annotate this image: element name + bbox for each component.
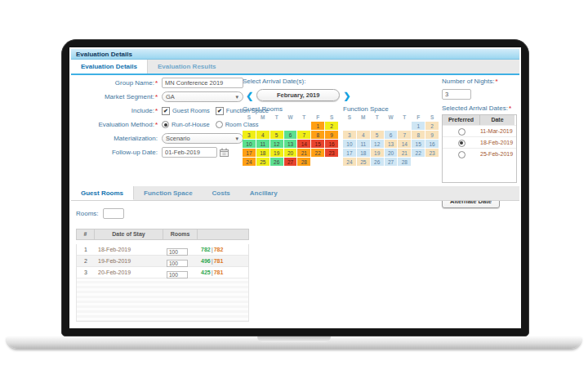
calendar-day[interactable]: 7	[297, 131, 310, 139]
calendar-day[interactable]: 26	[371, 158, 384, 166]
calendar-day[interactable]: 5	[371, 131, 384, 139]
follow-up-date-input[interactable]	[162, 147, 217, 158]
calendar-day[interactable]: 7	[398, 131, 411, 139]
calendar-day[interactable]	[243, 122, 256, 130]
calendar-day[interactable]	[385, 122, 398, 130]
run-of-house-radio-label: Run-of-House	[172, 121, 210, 128]
preferred-radio[interactable]	[458, 128, 466, 136]
calendar-day[interactable]: 2	[325, 122, 338, 130]
calendar-day[interactable]: 10	[343, 140, 356, 148]
month-button[interactable]: February, 2019	[256, 89, 340, 101]
calendar-day[interactable]: 6	[385, 131, 398, 139]
main-tab-strip: Evaluation Details Evaluation Results	[71, 60, 519, 75]
calendar-day[interactable]: 25	[357, 158, 370, 166]
calendar-day[interactable]: 19	[270, 149, 283, 157]
chevron-left-icon[interactable]: ❮	[243, 90, 256, 101]
market-segment-select[interactable]: GA ▾	[162, 91, 243, 102]
calendar-day[interactable]: 24	[243, 158, 256, 166]
tab-evaluation-results[interactable]: Evaluation Results	[148, 60, 226, 74]
rooms-input[interactable]	[167, 271, 188, 278]
calendar-day[interactable]: 25	[256, 158, 270, 166]
calendar-day[interactable]: 10	[243, 140, 256, 148]
number-of-nights-input[interactable]	[442, 89, 471, 100]
calendar-day[interactable]	[270, 122, 283, 130]
calendar-day[interactable]: 14	[398, 140, 411, 148]
guest-rooms-checkbox[interactable]: ✔	[162, 107, 170, 115]
calendar-day[interactable]: 27	[284, 158, 297, 166]
calendar-day[interactable]: 16	[425, 140, 439, 148]
calendar-day[interactable]	[297, 122, 310, 130]
calendar-day[interactable]: 3	[343, 131, 356, 139]
materialization-value: Scenario	[166, 135, 190, 142]
calendar-day[interactable]: 22	[311, 149, 324, 157]
rooms-filter-input[interactable]	[103, 208, 124, 219]
arrival-date-row[interactable]: 25-Feb-2019	[443, 148, 516, 159]
calendar-day[interactable]: 27	[385, 158, 398, 166]
calendar-day[interactable]: 17	[343, 149, 356, 157]
room-class-radio[interactable]	[216, 121, 223, 128]
calendar-day[interactable]: 13	[385, 140, 398, 148]
calendar-day[interactable]: 4	[256, 131, 270, 139]
calendar-day[interactable]: 14	[297, 140, 310, 148]
group-name-input[interactable]	[162, 78, 243, 88]
calendar-day[interactable]: 21	[398, 149, 411, 157]
calendar-day[interactable]: 23	[425, 149, 439, 157]
calendar-day[interactable]	[256, 122, 270, 130]
tab-function-space[interactable]: Function Space	[134, 186, 203, 200]
calendar-day[interactable]: 12	[371, 140, 384, 148]
calendar-day[interactable]: 9	[325, 131, 338, 139]
calendar-day[interactable]: 12	[270, 140, 283, 148]
calendar-day[interactable]: 11	[357, 140, 370, 148]
chevron-right-icon[interactable]: ❯	[340, 90, 354, 101]
calendar-day[interactable]	[284, 122, 297, 130]
calendar-day[interactable]: 17	[243, 149, 256, 157]
follow-up-date-row: Follow-up Date:	[74, 147, 270, 158]
run-of-house-radio[interactable]	[162, 121, 169, 128]
calendar-day[interactable]	[371, 122, 384, 130]
group-name-row: Group Name:*	[74, 78, 270, 88]
tab-guest-rooms[interactable]: Guest Rooms	[71, 186, 134, 200]
calendar-icon[interactable]	[220, 148, 229, 157]
calendar-day[interactable]: 6	[284, 131, 297, 139]
materialization-select[interactable]: Scenario ▾	[162, 133, 243, 144]
calendar-day[interactable]: 20	[284, 149, 297, 157]
include-row: Include:* ✔ Guest Rooms ✔ Function Space	[74, 105, 270, 116]
calendar-day[interactable]: 13	[284, 140, 297, 148]
calendar-day[interactable]: 3	[243, 131, 256, 139]
function-space-checkbox[interactable]: ✔	[216, 107, 224, 115]
calendar-day[interactable]: 18	[357, 149, 370, 157]
row-number: 3	[77, 270, 95, 275]
calendar-day[interactable]: 28	[398, 158, 411, 166]
calendar-day[interactable]: 23	[325, 149, 338, 157]
calendar-day[interactable]: 22	[412, 149, 425, 157]
preferred-radio[interactable]	[458, 140, 466, 147]
calendar-day[interactable]: 1	[412, 122, 425, 130]
calendar-day[interactable]: 19	[371, 149, 384, 157]
calendar-day[interactable]	[343, 122, 356, 130]
day-header: S	[425, 114, 439, 120]
calendar-day[interactable]: 11	[256, 140, 270, 148]
preferred-radio[interactable]	[458, 151, 466, 158]
calendar-day[interactable]: 5	[270, 131, 283, 139]
calendar-day[interactable]: 15	[311, 140, 324, 148]
calendar-day[interactable]: 16	[325, 140, 338, 148]
tab-evaluation-details[interactable]: Evaluation Details	[71, 60, 148, 74]
calendar-day[interactable]: 8	[412, 131, 425, 139]
calendar-day[interactable]: 21	[297, 149, 310, 157]
calendar-day[interactable]: 8	[311, 131, 324, 139]
calendar-day[interactable]	[398, 122, 411, 130]
calendar-day[interactable]: 9	[425, 131, 439, 139]
calendar-day[interactable]: 28	[297, 158, 310, 166]
tab-costs[interactable]: Costs	[203, 186, 240, 200]
calendar-day[interactable]: 15	[412, 140, 425, 148]
calendar-day[interactable]: 4	[357, 131, 370, 139]
calendar-day[interactable]: 20	[385, 149, 398, 157]
calendar-day[interactable]: 26	[270, 158, 283, 166]
availability-values: 782|782	[198, 247, 248, 252]
tab-ancillary[interactable]: Ancillary	[240, 186, 287, 200]
calendar-day[interactable]: 1	[311, 122, 324, 130]
calendar-day[interactable]	[357, 122, 370, 130]
calendar-day[interactable]: 2	[425, 122, 439, 130]
calendar-day[interactable]: 18	[256, 149, 270, 157]
calendar-day[interactable]: 24	[343, 158, 356, 166]
